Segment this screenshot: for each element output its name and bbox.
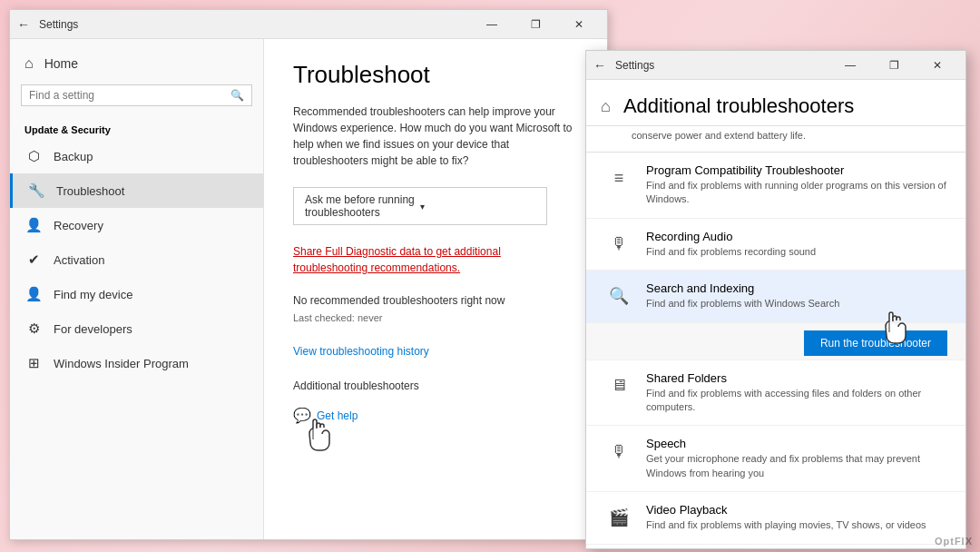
sidebar-item-troubleshoot[interactable]: 🔧 Troubleshoot bbox=[10, 173, 263, 208]
home-icon: ⌂ bbox=[24, 55, 34, 72]
main-content: Troubleshoot Recommended troubleshooters… bbox=[264, 39, 607, 539]
dropdown-value: Ask me before running troubleshooters bbox=[305, 193, 420, 219]
troubleshoot-icon: 🔧 bbox=[27, 182, 45, 199]
maximize-button-2[interactable]: ❐ bbox=[873, 51, 915, 80]
program-compat-desc: Find and fix problems with running older… bbox=[646, 179, 947, 207]
speech-text: Speech Get your microphone ready and fix… bbox=[646, 437, 947, 480]
shared-folders-title: Shared Folders bbox=[646, 371, 947, 385]
video-playback-title: Video Playback bbox=[646, 503, 947, 517]
settings-window-1: ← Settings — ❐ ✕ ⌂ Home 🔍 Update & Secur… bbox=[9, 9, 608, 540]
search-indexing-desc: Find and fix problems with Windows Searc… bbox=[646, 297, 947, 310]
no-recommended-text: No recommended troubleshooters right now bbox=[293, 294, 578, 307]
recording-audio-icon: 🎙 bbox=[604, 230, 633, 259]
speech-title: Speech bbox=[646, 437, 947, 450]
recovery-icon: 👤 bbox=[24, 217, 43, 233]
sidebar-home-label: Home bbox=[44, 56, 78, 71]
page-title: Troubleshoot bbox=[293, 61, 578, 89]
main-description: Recommended troubleshooters can help imp… bbox=[293, 104, 578, 169]
search-box[interactable]: 🔍 bbox=[21, 84, 252, 106]
find-my-device-icon: 👤 bbox=[24, 286, 43, 302]
chevron-down-icon: ▾ bbox=[420, 202, 535, 212]
sidebar: ⌂ Home 🔍 Update & Security ⬡ Backup 🔧 Tr… bbox=[10, 39, 264, 539]
view-history-link[interactable]: View troubleshooting history bbox=[293, 345, 578, 358]
settings-window-2: ← Settings — ❐ ✕ ⌂ Additional troublesho… bbox=[585, 50, 966, 549]
search-indexing-icon: 🔍 bbox=[604, 281, 633, 310]
minimize-button-2[interactable]: — bbox=[829, 51, 871, 80]
close-button-1[interactable]: ✕ bbox=[558, 10, 600, 39]
recording-audio-desc: Find and fix problems recording sound bbox=[646, 245, 947, 259]
program-compat-title: Program Compatibility Troubleshooter bbox=[646, 163, 947, 177]
additional-troubleshooters-label: Additional troubleshooters bbox=[293, 380, 578, 392]
search-icon: 🔍 bbox=[230, 89, 244, 102]
sidebar-item-windows-insider-label: Windows Insider Program bbox=[54, 357, 189, 370]
sidebar-item-for-developers-label: For developers bbox=[54, 322, 132, 336]
win1-body: ⌂ Home 🔍 Update & Security ⬡ Backup 🔧 Tr… bbox=[10, 39, 607, 539]
win2-header: ⌂ Additional troubleshooters bbox=[586, 80, 965, 126]
video-playback-icon: 🎬 bbox=[604, 503, 633, 532]
video-playback-text: Video Playback Find and fix problems wit… bbox=[646, 503, 947, 532]
for-developers-icon: ⚙ bbox=[24, 320, 43, 337]
sidebar-item-recovery-label: Recovery bbox=[54, 219, 103, 232]
run-button-area: Run the troubleshooter bbox=[586, 323, 965, 360]
windows-insider-icon: ⊞ bbox=[24, 355, 43, 371]
run-troubleshooter-button[interactable]: Run the troubleshooter bbox=[804, 330, 947, 356]
titlebar-2: ← Settings — ❐ ✕ bbox=[586, 51, 965, 80]
get-help-link[interactable]: 💬 Get help bbox=[293, 407, 578, 424]
search-indexing-text: Search and Indexing Find and fix problem… bbox=[646, 281, 947, 310]
window-title-1: Settings bbox=[39, 18, 471, 31]
maximize-button-1[interactable]: ❐ bbox=[514, 10, 556, 39]
recording-audio-title: Recording Audio bbox=[646, 230, 947, 243]
window-controls-2: — ❐ ✕ bbox=[829, 51, 958, 80]
troubleshooter-item-speech[interactable]: 🎙 Speech Get your microphone ready and f… bbox=[586, 426, 965, 492]
troubleshooter-item-windows-store[interactable]: ⊞ Windows Store Apps Troubleshoot proble… bbox=[586, 545, 965, 548]
section-header: Update & Security bbox=[10, 117, 263, 139]
back-button[interactable]: ← bbox=[17, 17, 30, 32]
win2-home-icon: ⌂ bbox=[601, 97, 611, 116]
sidebar-item-home[interactable]: ⌂ Home bbox=[10, 46, 263, 81]
sidebar-item-backup-label: Backup bbox=[54, 150, 93, 163]
activation-icon: ✔ bbox=[24, 251, 43, 268]
sidebar-item-windows-insider[interactable]: ⊞ Windows Insider Program bbox=[10, 346, 263, 380]
search-input[interactable] bbox=[29, 89, 230, 102]
window-title-2: Settings bbox=[615, 59, 829, 72]
back-button-2[interactable]: ← bbox=[593, 58, 606, 73]
titlebar-1: ← Settings — ❐ ✕ bbox=[10, 10, 607, 39]
get-help-label: Get help bbox=[317, 409, 358, 422]
win2-body: ⌂ Additional troubleshooters conserve po… bbox=[586, 80, 965, 548]
sidebar-item-for-developers[interactable]: ⚙ For developers bbox=[10, 311, 263, 346]
win2-subtitle: conserve power and extend battery life. bbox=[586, 126, 965, 153]
speech-desc: Get your microphone ready and fix proble… bbox=[646, 452, 947, 480]
sidebar-item-find-my-device-label: Find my device bbox=[54, 288, 132, 301]
minimize-button-1[interactable]: — bbox=[471, 10, 513, 39]
program-compat-text: Program Compatibility Troubleshooter Fin… bbox=[646, 163, 947, 207]
speech-icon: 🎙 bbox=[604, 437, 633, 466]
sidebar-item-find-my-device[interactable]: 👤 Find my device bbox=[10, 277, 263, 311]
search-indexing-title: Search and Indexing bbox=[646, 281, 947, 295]
shared-folders-desc: Find and fix problems with accessing fil… bbox=[646, 387, 947, 415]
troubleshooter-item-search-indexing[interactable]: 🔍 Search and Indexing Find and fix probl… bbox=[586, 271, 965, 322]
sidebar-item-activation-label: Activation bbox=[54, 253, 104, 267]
program-compat-icon: ≡ bbox=[604, 163, 633, 192]
troubleshooter-item-video-playback[interactable]: 🎬 Video Playback Find and fix problems w… bbox=[586, 492, 965, 544]
troubleshooter-mode-dropdown[interactable]: Ask me before running troubleshooters ▾ bbox=[293, 187, 547, 225]
recording-audio-text: Recording Audio Find and fix problems re… bbox=[646, 230, 947, 259]
watermark: OptFIX bbox=[935, 536, 973, 547]
troubleshooter-item-program-compat[interactable]: ≡ Program Compatibility Troubleshooter F… bbox=[586, 153, 965, 219]
troubleshooter-item-recording-audio[interactable]: 🎙 Recording Audio Find and fix problems … bbox=[586, 219, 965, 271]
backup-icon: ⬡ bbox=[24, 148, 43, 164]
sidebar-item-troubleshoot-label: Troubleshoot bbox=[56, 184, 124, 198]
shared-folders-text: Shared Folders Find and fix problems wit… bbox=[646, 371, 947, 415]
shared-folders-icon: 🖥 bbox=[604, 371, 633, 400]
video-playback-desc: Find and fix problems with playing movie… bbox=[646, 518, 947, 532]
sidebar-item-recovery[interactable]: 👤 Recovery bbox=[10, 208, 263, 242]
window-controls-1: — ❐ ✕ bbox=[471, 10, 600, 39]
sidebar-item-backup[interactable]: ⬡ Backup bbox=[10, 139, 263, 173]
diagnostic-link[interactable]: Share Full Diagnostic data to get additi… bbox=[293, 243, 578, 276]
close-button-2[interactable]: ✕ bbox=[916, 51, 958, 80]
troubleshooter-item-shared-folders[interactable]: 🖥 Shared Folders Find and fix problems w… bbox=[586, 360, 965, 427]
sidebar-item-activation[interactable]: ✔ Activation bbox=[10, 242, 263, 277]
get-help-icon: 💬 bbox=[293, 407, 311, 424]
win2-page-title: Additional troubleshooters bbox=[623, 94, 854, 118]
last-checked-text: Last checked: never bbox=[293, 312, 578, 323]
